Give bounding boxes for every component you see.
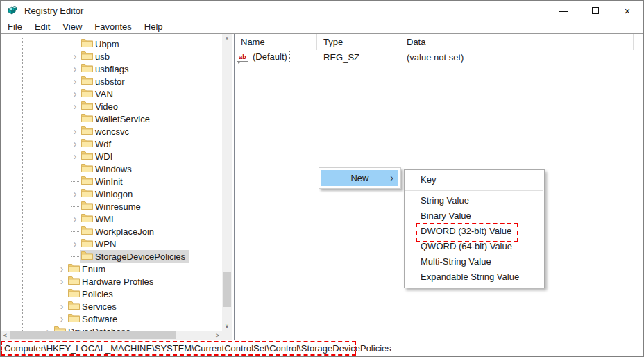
expand-chevron-icon[interactable]: › <box>70 188 80 200</box>
folder-icon <box>81 113 93 124</box>
close-button[interactable]: × <box>611 1 643 20</box>
tree-item[interactable]: › WPN <box>1 238 222 250</box>
tree-item-label: WalletService <box>95 114 151 124</box>
tree-horizontal-scrollbar[interactable]: < > <box>1 331 222 340</box>
menu-bar: File Edit View Favorites Help <box>1 20 643 34</box>
expand-chevron-icon[interactable]: › <box>70 213 80 225</box>
tree-item[interactable]: Ubpm <box>1 38 222 50</box>
expand-chevron-icon[interactable]: › <box>57 313 67 325</box>
expand-chevron-icon[interactable]: › <box>70 150 80 163</box>
horizontal-scroll-thumb[interactable] <box>10 331 176 339</box>
tree-item[interactable]: › Software <box>1 313 222 325</box>
window-title: Registry Editor <box>24 6 83 16</box>
menu-item-new[interactable]: New › <box>321 170 398 186</box>
tree-item[interactable]: › Services <box>1 300 222 313</box>
scroll-down-icon[interactable]: ∨ <box>222 322 232 331</box>
folder-icon <box>54 326 66 331</box>
scroll-up-icon[interactable]: ∧ <box>222 34 232 43</box>
tree-item[interactable]: › Hardware Profiles <box>1 275 222 288</box>
tree-item-label: Video <box>95 101 119 112</box>
tree-item[interactable]: › WDI <box>1 150 222 163</box>
tree-item[interactable]: › Enum <box>1 263 222 275</box>
minimize-button[interactable]: — <box>548 1 579 20</box>
folder-icon <box>81 63 93 74</box>
menu-item-key[interactable]: Key <box>405 172 544 188</box>
tree-item[interactable]: Winresume <box>1 200 222 213</box>
tree-connector-stub <box>70 200 80 213</box>
maximize-button[interactable] <box>579 1 611 20</box>
scroll-right-icon[interactable]: > <box>213 331 222 340</box>
menu-item-expandable-string-value[interactable]: Expandable String Value <box>405 269 544 285</box>
folder-icon <box>81 101 93 112</box>
tree-item-label: Hardware Profiles <box>82 276 155 287</box>
folder-icon <box>81 188 93 199</box>
value-name[interactable]: (Default) <box>251 51 290 63</box>
table-row[interactable]: ab (Default) REG_SZ (value not set) <box>235 50 643 64</box>
menu-edit[interactable]: Edit <box>28 22 56 32</box>
tree-item-label: StorageDevicePolicies <box>95 251 187 262</box>
tree-item[interactable]: › DriverDatabase <box>1 325 222 331</box>
column-header-type[interactable]: Type <box>317 34 400 50</box>
expand-chevron-icon[interactable]: › <box>70 125 80 138</box>
menu-item-string-value[interactable]: String Value <box>405 193 544 208</box>
tree: Ubpm › usb › usbflags › <box>1 34 222 331</box>
tree-item[interactable]: WinInit <box>1 175 222 188</box>
folder-icon <box>81 76 93 87</box>
menu-view[interactable]: View <box>56 22 88 32</box>
folder-icon <box>81 238 93 249</box>
tree-item[interactable]: › wcncsvc <box>1 125 222 138</box>
list-header: Name Type Data <box>235 34 643 50</box>
expand-chevron-icon[interactable]: › <box>57 300 67 313</box>
expand-chevron-icon[interactable]: › <box>70 100 80 113</box>
scroll-left-icon[interactable]: < <box>1 331 10 340</box>
tree-item-label: Policies <box>82 289 115 299</box>
tree-item[interactable]: StorageDevicePolicies <box>1 250 222 263</box>
folder-icon <box>81 251 93 262</box>
tree-item[interactable]: WalletService <box>1 113 222 125</box>
tree-vertical-scrollbar[interactable]: ∧ ∨ <box>222 34 232 331</box>
menu-item-binary-value[interactable]: Binary Value <box>405 208 544 224</box>
expand-chevron-icon[interactable]: › <box>70 88 80 100</box>
menu-item-dword-32-bit-value[interactable]: DWORD (32-bit) Value <box>405 224 544 239</box>
tree-item-label: WorkplaceJoin <box>95 226 155 237</box>
menu-favorites[interactable]: Favorites <box>88 22 137 32</box>
tree-item[interactable]: › usbflags <box>1 63 222 75</box>
menu-help[interactable]: Help <box>138 22 169 32</box>
tree-item[interactable]: Windows <box>1 163 222 175</box>
maximize-icon <box>592 7 599 14</box>
expand-chevron-icon[interactable]: › <box>70 138 80 150</box>
tree-item-label: WDI <box>95 151 114 162</box>
expand-chevron-icon[interactable]: › <box>70 238 80 250</box>
vertical-scroll-thumb[interactable] <box>223 272 231 307</box>
tree-item[interactable]: › Video <box>1 100 222 113</box>
expand-chevron-icon[interactable]: › <box>43 325 53 331</box>
tree-item-label: usb <box>95 51 111 62</box>
tree-item[interactable]: › WMI <box>1 213 222 225</box>
scrollbar-corner <box>222 331 232 340</box>
tree-item-label: Services <box>82 301 118 312</box>
tree-item[interactable]: WorkplaceJoin <box>1 225 222 238</box>
column-header-data[interactable]: Data <box>400 34 634 50</box>
folder-icon <box>81 151 93 162</box>
tree-item[interactable]: › VAN <box>1 88 222 100</box>
tree-item-label: wcncsvc <box>95 126 130 137</box>
tree-item[interactable]: › Wdf <box>1 138 222 150</box>
folder-icon <box>68 301 80 312</box>
column-header-name[interactable]: Name <box>235 34 317 50</box>
tree-item[interactable]: › Winlogon <box>1 188 222 200</box>
expand-chevron-icon[interactable]: › <box>70 50 80 63</box>
folder-icon <box>81 226 93 237</box>
menu-item-qword-64-bit-value[interactable]: QWORD (64-bit) Value <box>405 239 544 254</box>
tree-connector-stub <box>70 113 80 125</box>
expand-chevron-icon[interactable]: › <box>57 275 67 288</box>
tree-item[interactable]: › usb <box>1 50 222 63</box>
tree-item[interactable]: Policies <box>1 288 222 300</box>
tree-item[interactable]: › usbstor <box>1 75 222 88</box>
expand-chevron-icon[interactable]: › <box>57 263 67 275</box>
menu-file[interactable]: File <box>1 22 28 32</box>
expand-chevron-icon[interactable]: › <box>70 63 80 75</box>
menu-item-multi-string-value[interactable]: Multi-String Value <box>405 254 544 269</box>
folder-icon <box>81 88 93 99</box>
folder-icon <box>81 138 93 149</box>
expand-chevron-icon[interactable]: › <box>70 75 80 88</box>
